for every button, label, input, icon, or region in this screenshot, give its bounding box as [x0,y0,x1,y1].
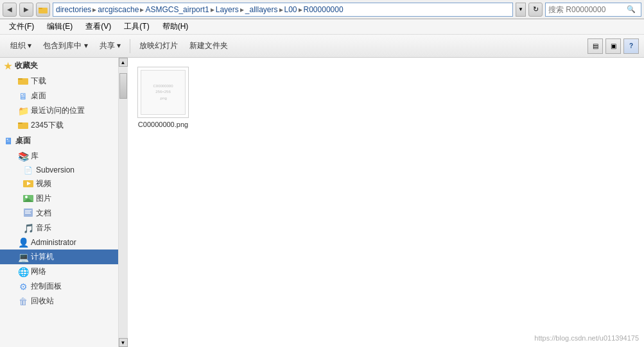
recycle-label: 回收站 [31,296,54,307]
scroll-down-arrow[interactable]: ▼ [119,338,128,347]
desktop-header[interactable]: 🖥 桌面 [0,133,118,149]
include-library-button[interactable]: 包含到库中 ▾ [38,37,92,55]
scroll-track[interactable] [119,67,128,338]
path-directories[interactable]: directories [56,5,91,14]
sidebar-item-desktop-fav[interactable]: 🖥 桌面 [0,89,118,103]
sidebar-item-2345download[interactable]: 2345下载 [0,118,118,133]
scroll-thumb[interactable] [119,73,127,99]
desktop-label: 桌面 [15,135,31,146]
photo-icon [23,194,33,204]
file-thumbnail: C00000000256×256.png [137,67,189,118]
new-folder-button[interactable]: 新建文件夹 [184,37,233,55]
desktop-fav-icon: 🖥 [18,91,28,101]
organize-button[interactable]: 组织 ▾ [5,37,37,55]
document-label: 文档 [36,208,51,219]
svg-rect-13 [25,212,30,212]
scroll-up-arrow[interactable]: ▲ [119,58,128,67]
subversion-label: Subversion [36,165,74,174]
path-arcgiscache[interactable]: arcgiscache [98,5,139,14]
path-layers[interactable]: Layers [216,5,239,14]
menu-bar: 文件(F) 编辑(E) 查看(V) 工具(T) 帮助(H) [0,19,644,35]
path-r00000000[interactable]: R00000000 [304,5,344,14]
library-label: 库 [31,151,39,162]
2345download-label: 2345下载 [31,120,64,131]
document-icon [23,208,33,219]
search-box[interactable]: 🔍 [545,3,641,17]
folder-icon-nav[interactable] [36,3,50,17]
recent-label: 最近访问的位置 [31,105,85,116]
path-asmgcs[interactable]: ASMGCS_airport1 [145,5,209,14]
2345-icon [18,121,28,131]
download-label: 下载 [31,76,46,87]
library-icon: 📚 [18,151,28,162]
share-button[interactable]: 共享 ▾ [94,37,126,55]
address-path[interactable]: directories ▸ arcgiscache ▸ ASMGCS_airpo… [53,3,513,17]
sidebar-item-recycle[interactable]: 🗑 回收站 [0,294,118,309]
thumbnail-inner: C00000000256×256.png [141,70,186,115]
watermark: https://blog.csdn.net/u011394175 [534,334,639,342]
refresh-button[interactable]: ↻ [528,3,543,17]
music-icon: 🎵 [23,223,33,233]
admin-icon: 👤 [18,237,28,248]
sidebar-item-recent[interactable]: 📁 最近访问的位置 [0,103,118,118]
folder-icon [18,76,28,87]
video-icon [23,179,33,189]
controlpanel-icon: ⚙ [18,282,28,292]
video-label: 视频 [36,178,51,189]
network-icon: 🌐 [18,267,28,277]
address-bar: ◀ ▶ directories ▸ arcgiscache ▸ ASMGCS_a… [0,0,644,19]
menu-tools[interactable]: 工具(T) [120,20,153,33]
slideshow-button[interactable]: 放映幻灯片 [134,37,183,55]
menu-help[interactable]: 帮助(H) [159,20,193,33]
sidebar-item-network[interactable]: 🌐 网络 [0,264,118,279]
computer-icon: 💻 [18,252,28,262]
menu-file[interactable]: 文件(F) [5,20,38,33]
svg-rect-5 [18,123,22,124]
main-layout: ★ 收藏夹 下载 🖥 桌面 📁 最近访问的位置 2345下载 🖥 桌面 [0,58,644,347]
svg-rect-3 [18,78,22,80]
svg-rect-12 [25,210,31,211]
favorites-header[interactable]: ★ 收藏夹 [0,58,118,74]
toolbar: 组织 ▾ 包含到库中 ▾ 共享 ▾ 放映幻灯片 新建文件夹 ▤ ▣ ? [0,35,644,58]
view-list-button[interactable]: ▤ [587,38,603,54]
sidebar-item-library[interactable]: 📚 库 [0,149,118,164]
administrator-label: Administrator [31,238,76,247]
thumbnail-text: C00000000256×256.png [153,83,173,102]
search-icon[interactable]: 🔍 [625,4,637,15]
toolbar-separator [130,39,130,53]
help-button[interactable]: ? [623,38,639,54]
controlpanel-label: 控制面板 [31,281,62,292]
photo-label: 图片 [36,193,51,204]
sidebar-item-controlpanel[interactable]: ⚙ 控制面板 [0,279,118,294]
sidebar-item-administrator[interactable]: 👤 Administrator [0,235,118,250]
svg-rect-14 [25,213,31,214]
svg-point-9 [25,196,28,198]
network-label: 网络 [31,266,46,277]
sidebar-item-document[interactable]: 文档 [0,206,118,221]
svg-rect-1 [39,8,42,9]
music-label: 音乐 [36,223,51,233]
content-area[interactable]: C00000000256×256.png C00000000.png https… [128,58,644,347]
sidebar-item-music[interactable]: 🎵 音乐 [0,221,118,235]
forward-button[interactable]: ▶ [19,3,33,17]
menu-view[interactable]: 查看(V) [82,20,115,33]
sidebar-item-subversion[interactable]: 📄 Subversion [0,164,118,176]
path-alllayers[interactable]: _alllayers [245,5,278,14]
sidebar-item-video[interactable]: 视频 [0,176,118,191]
favorites-label: 收藏夹 [15,60,38,71]
sidebar-item-computer[interactable]: 💻 计算机 [0,250,118,264]
recent-icon: 📁 [18,106,28,116]
list-item[interactable]: C00000000256×256.png C00000000.png [134,64,192,131]
sidebar-scrollbar[interactable]: ▲ ▼ [119,58,128,347]
path-l00[interactable]: L00 [284,5,297,14]
desktop-fav-label: 桌面 [31,90,46,101]
file-grid: C00000000256×256.png C00000000.png [134,64,638,131]
view-grid-button[interactable]: ▣ [605,38,621,54]
sidebar-item-photo[interactable]: 图片 [0,191,118,206]
search-input[interactable] [548,5,625,14]
path-dropdown-button[interactable]: ▼ [516,3,526,17]
menu-edit[interactable]: 编辑(E) [43,20,76,33]
file-name: C00000000.png [138,121,188,128]
sidebar-item-download[interactable]: 下载 [0,74,118,89]
back-button[interactable]: ◀ [3,3,17,17]
